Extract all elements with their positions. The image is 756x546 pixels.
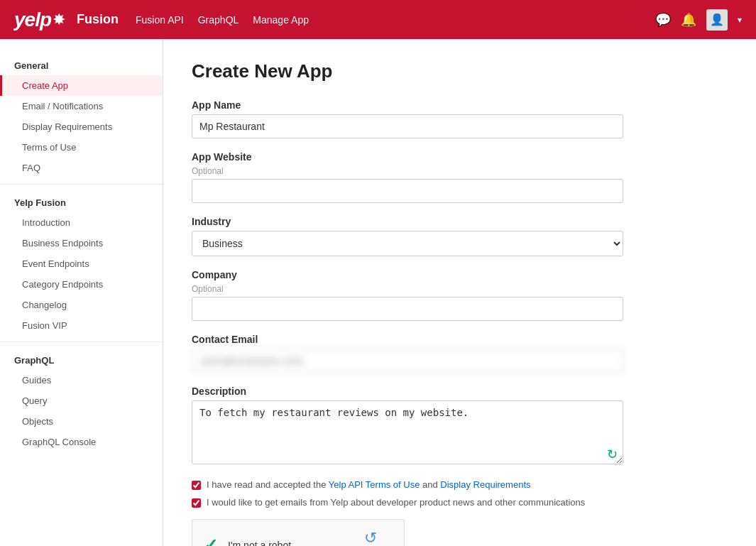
brand-name: Fusion xyxy=(77,12,119,27)
sidebar-section-graphql: GraphQL xyxy=(0,348,163,370)
terms-text: I have read and accepted the Yelp API Te… xyxy=(207,479,531,490)
sidebar-item-create-app[interactable]: Create App xyxy=(0,75,163,96)
yelp-text: yelp xyxy=(14,9,51,31)
bell-icon[interactable]: 🔔 xyxy=(681,12,696,28)
app-website-optional: Optional xyxy=(192,166,689,176)
sidebar-item-email-notifications[interactable]: Email / Notifications xyxy=(0,96,163,116)
app-name-label: App Name xyxy=(192,99,689,111)
nav-fusion-api[interactable]: Fusion API xyxy=(136,14,184,26)
page-container: General Create App Email / Notifications… xyxy=(0,39,756,546)
description-group: Description To fetch my restaurant revie… xyxy=(192,386,689,466)
sidebar-item-category-endpoints[interactable]: Category Endpoints xyxy=(0,274,163,295)
industry-label: Industry xyxy=(192,216,689,227)
app-name-input[interactable] xyxy=(192,114,623,138)
dropdown-icon[interactable]: ▾ xyxy=(738,15,742,25)
emails-checkbox-row: I would like to get emails from Yelp abo… xyxy=(192,497,674,508)
sidebar-item-fusion-vip[interactable]: Fusion VIP xyxy=(0,315,163,336)
contact-email-label: Contact Email xyxy=(192,334,689,345)
sidebar-item-guides[interactable]: Guides xyxy=(0,370,163,391)
contact-email-input[interactable] xyxy=(192,349,623,373)
description-input[interactable]: To fetch my restaurant reviews on my web… xyxy=(192,400,623,464)
recaptcha-refresh-icon: ↻ xyxy=(607,447,618,462)
recaptcha-logo-icon: ↺ xyxy=(364,530,377,546)
main-content: Create New App App Name App Website Opti… xyxy=(163,39,717,546)
emails-text: I would like to get emails from Yelp abo… xyxy=(207,497,585,508)
app-name-group: App Name xyxy=(192,99,689,138)
header-icons: 💬 🔔 👤 ▾ xyxy=(655,9,742,31)
emails-checkbox[interactable] xyxy=(192,498,201,508)
recaptcha-brand: ↺ reCAPTCHA Privacy - Terms xyxy=(349,530,393,546)
company-group: Company Optional xyxy=(192,269,689,321)
sidebar-item-changelog[interactable]: Changelog xyxy=(0,295,163,315)
industry-select[interactable]: Business Technology Food & Beverage Ente… xyxy=(192,231,623,256)
sidebar-item-introduction[interactable]: Introduction xyxy=(0,212,163,233)
company-label: Company xyxy=(192,269,689,280)
sidebar-item-objects[interactable]: Objects xyxy=(0,411,163,432)
terms-link[interactable]: Yelp API Terms of Use xyxy=(329,479,420,490)
description-label: Description xyxy=(192,386,689,397)
header: yelp ✸ Fusion Fusion API GraphQL Manage … xyxy=(0,0,756,39)
sidebar-divider-1 xyxy=(0,184,163,185)
sidebar-item-faq[interactable]: FAQ xyxy=(0,158,163,178)
company-input[interactable] xyxy=(192,297,623,321)
sidebar-item-display-requirements[interactable]: Display Requirements xyxy=(0,116,163,137)
sidebar-item-event-endpoints[interactable]: Event Endpoints xyxy=(0,253,163,274)
sidebar-item-terms-of-use[interactable]: Terms of Use xyxy=(0,137,163,158)
app-website-input[interactable] xyxy=(192,179,623,203)
main-nav: Fusion API GraphQL Manage App xyxy=(136,14,309,26)
nav-graphql[interactable]: GraphQL xyxy=(198,14,239,26)
chat-icon[interactable]: 💬 xyxy=(655,12,671,28)
yelp-burst-icon: ✸ xyxy=(53,11,65,29)
avatar-icon: 👤 xyxy=(710,13,724,26)
terms-checkbox[interactable] xyxy=(192,481,201,490)
recaptcha-label: I'm not a robot xyxy=(228,540,291,546)
app-website-group: App Website Optional xyxy=(192,151,689,203)
avatar[interactable]: 👤 xyxy=(706,9,728,31)
sidebar-section-general: General xyxy=(0,53,163,75)
logo[interactable]: yelp ✸ xyxy=(14,9,65,31)
description-wrapper: To fetch my restaurant reviews on my web… xyxy=(192,400,623,466)
sidebar-item-business-endpoints[interactable]: Business Endpoints xyxy=(0,233,163,253)
sidebar: General Create App Email / Notifications… xyxy=(0,39,163,546)
sidebar-section-yelp-fusion: Yelp Fusion xyxy=(0,190,163,212)
recaptcha-checkmark-icon: ✓ xyxy=(204,535,218,546)
sidebar-item-query[interactable]: Query xyxy=(0,391,163,411)
terms-checkbox-row: I have read and accepted the Yelp API Te… xyxy=(192,479,674,490)
industry-group: Industry Business Technology Food & Beve… xyxy=(192,216,689,256)
recaptcha-box[interactable]: ✓ I'm not a robot ↺ reCAPTCHA Privacy - … xyxy=(192,519,405,546)
app-website-label: App Website xyxy=(192,151,689,163)
sidebar-divider-2 xyxy=(0,342,163,342)
display-req-link[interactable]: Display Requirements xyxy=(440,479,530,490)
sidebar-item-graphql-console[interactable]: GraphQL Console xyxy=(0,432,163,452)
contact-email-group: Contact Email xyxy=(192,334,689,373)
company-optional: Optional xyxy=(192,284,689,294)
page-title: Create New App xyxy=(192,60,689,82)
nav-manage-app[interactable]: Manage App xyxy=(253,14,309,26)
